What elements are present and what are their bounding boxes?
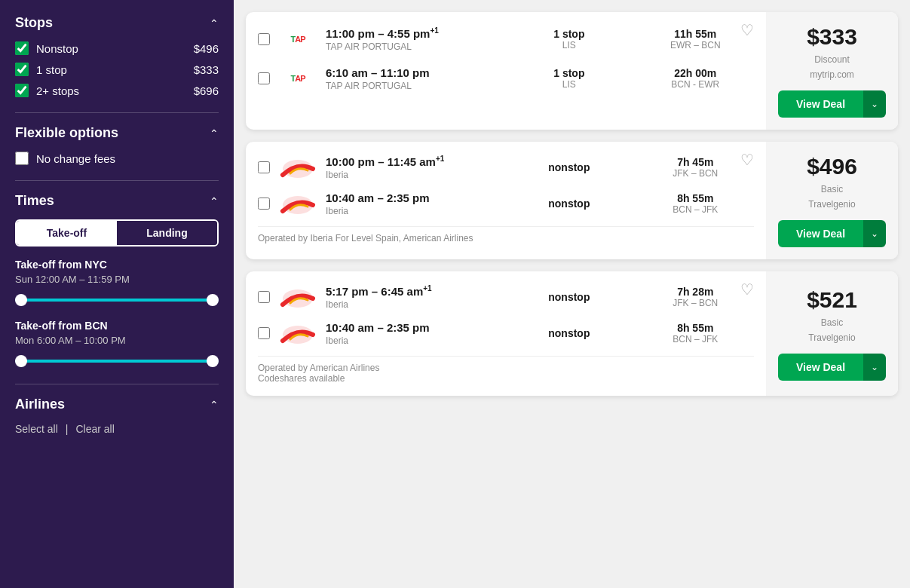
stops-section: Stops ⌃ Nonstop $496 1 stop $333 2+ stop… [15, 15, 219, 97]
select-all-link[interactable]: Select all [15, 423, 58, 435]
card-2-price-vendor: Travelgenio [808, 199, 855, 210]
iberia-logo-1 [279, 154, 317, 181]
tap-logo-2: TAP [279, 63, 317, 93]
card-2-flight-2-times: 10:40 am – 2:35 pm Iberia [326, 191, 501, 216]
card-1-flight-2-times: 6:10 am – 11:10 pm TAP AIR PORTUGAL [326, 66, 501, 91]
card-1-flight-row-2: TAP 6:10 am – 11:10 pm TAP AIR PORTUGAL … [258, 63, 754, 93]
airlines-chevron-icon[interactable]: ⌃ [210, 399, 219, 411]
airlines-title: Airlines [15, 397, 65, 412]
card-1-flight-2-checkbox[interactable] [258, 72, 270, 84]
nonstop-checkbox[interactable] [15, 41, 29, 55]
card-2-view-deal-button[interactable]: View Deal [778, 220, 863, 247]
card-2-flight-2-duration: 8h 55m BCN – JFK [637, 192, 754, 215]
stops-header: Stops ⌃ [15, 15, 219, 31]
card-3-flight-row-2: 10:40 am – 2:35 pm Iberia nonstop 8h 55m… [258, 320, 754, 347]
card-1-price: $333 [807, 24, 857, 50]
card-2-favorite-button[interactable]: ♡ [740, 151, 754, 169]
card-3-price: $521 [807, 287, 857, 313]
flexible-header: Flexible options ⌃ [15, 125, 219, 141]
two-stops-checkbox[interactable] [15, 84, 29, 97]
takeoff-landing-tabs: Take-off Landing [15, 219, 219, 247]
airlines-section: Airlines ⌃ Select all | Clear all [15, 397, 219, 435]
card-2-flight-row-1: 10:00 pm – 11:45 am+1 Iberia nonstop 7h … [258, 154, 754, 181]
card-1-flight-1-checkbox[interactable] [258, 33, 270, 45]
stops-chevron-icon[interactable]: ⌃ [210, 17, 219, 29]
card-3-flight-1-duration: 7h 28m JFK – BCN [637, 286, 754, 308]
card-3-flight-2-times: 10:40 am – 2:35 pm Iberia [326, 321, 501, 346]
card-2-flight-2-stops: nonstop [510, 198, 627, 210]
one-stop-checkbox[interactable] [15, 63, 29, 76]
slider-thumb-left-nyc[interactable] [15, 294, 27, 306]
card-2-deal-chevron-button[interactable]: ⌄ [863, 220, 886, 247]
slider-thumb-right-bcn[interactable] [207, 355, 219, 367]
one-stop-price: $333 [194, 63, 219, 76]
card-3-right: $521 Basic Travelgenio View Deal ⌄ [766, 271, 898, 396]
card-1-flight-1-stops: 1 stop LIS [510, 28, 627, 51]
card-3-deal-btn-row: View Deal ⌄ [778, 354, 886, 381]
card-3-flight-row-1: 5:17 pm – 6:45 am+1 Iberia nonstop 7h 28… [258, 283, 754, 311]
select-clear-row: Select all | Clear all [15, 423, 219, 435]
card-1-deal-chevron-button[interactable]: ⌄ [863, 90, 886, 118]
stops-title: Stops [15, 15, 53, 31]
takeoff-bcn-range: Mon 6:00 AM – 10:00 PM [15, 335, 219, 346]
main-content: ♡ TAP 11:00 pm – 4:55 pm+1 TAP AIR PORTU… [234, 0, 910, 588]
takeoff-nyc-label: Take-off from NYC [15, 259, 219, 271]
card-2-flight-2-checkbox[interactable] [258, 198, 270, 210]
nonstop-price: $496 [194, 42, 219, 55]
card-3-flight-2-checkbox[interactable] [258, 327, 270, 339]
card-3-price-source: Basic [821, 317, 843, 328]
card-2-operated-by: Operated by Iberia For Level Spain, Amer… [258, 226, 754, 243]
nonstop-filter-item: Nonstop $496 [15, 41, 219, 55]
flight-card-3: ♡ 5:17 pm – 6:45 am+1 Iberia nonstop 7h … [246, 271, 898, 396]
card-3-view-deal-button[interactable]: View Deal [778, 354, 863, 381]
flexible-title: Flexible options [15, 125, 118, 141]
card-2-right: $496 Basic Travelgenio View Deal ⌄ [766, 142, 898, 259]
card-2-flight-1-stops: nonstop [510, 161, 627, 173]
two-stops-label: 2+ stops [36, 84, 79, 97]
card-2-price: $496 [807, 154, 857, 179]
no-change-fees-checkbox[interactable] [15, 152, 29, 165]
card-1-price-vendor: mytrip.com [810, 69, 854, 80]
takeoff-bcn-label: Take-off from BCN [15, 320, 219, 332]
one-stop-label: 1 stop [36, 63, 67, 76]
card-1-favorite-button[interactable]: ♡ [740, 21, 754, 39]
no-change-fees-item: No change fees [15, 152, 219, 165]
times-header: Times ⌃ [15, 193, 219, 209]
landing-tab[interactable]: Landing [117, 221, 217, 245]
card-1-view-deal-button[interactable]: View Deal [778, 90, 863, 118]
card-3-flight-2-stops: nonstop [510, 327, 627, 339]
card-3-flight-1-checkbox[interactable] [258, 291, 270, 303]
takeoff-tab[interactable]: Take-off [17, 221, 117, 245]
clear-all-link[interactable]: Clear all [75, 423, 114, 435]
card-1-price-source: Discount [814, 54, 850, 65]
card-3-flight-1-times: 5:17 pm – 6:45 am+1 Iberia [326, 284, 501, 310]
card-3-flight-2-duration: 8h 55m BCN – JFK [637, 322, 754, 345]
card-2-flight-1-checkbox[interactable] [258, 161, 270, 173]
slider-thumb-right-nyc[interactable] [207, 294, 219, 306]
flexible-chevron-icon[interactable]: ⌃ [210, 127, 219, 139]
takeoff-nyc-slider[interactable] [15, 292, 219, 308]
card-1-flight-1-times: 11:00 pm – 4:55 pm+1 TAP AIR PORTUGAL [326, 26, 501, 52]
card-1-left: ♡ TAP 11:00 pm – 4:55 pm+1 TAP AIR PORTU… [246, 12, 766, 130]
two-stops-filter-item: 2+ stops $696 [15, 84, 219, 97]
nonstop-label: Nonstop [36, 42, 78, 55]
card-3-left: ♡ 5:17 pm – 6:45 am+1 Iberia nonstop 7h … [246, 271, 766, 396]
takeoff-nyc-range: Sun 12:00 AM – 11:59 PM [15, 274, 219, 285]
card-1-flight-2-stops: 1 stop LIS [510, 67, 627, 90]
flight-card-2: ♡ 10:00 pm – 11:45 am+1 Iberia nonstop 7… [246, 142, 898, 259]
times-section: Times ⌃ Take-off Landing Take-off from N… [15, 193, 219, 369]
card-3-favorite-button[interactable]: ♡ [740, 280, 754, 299]
tap-logo-1: TAP [279, 24, 317, 54]
takeoff-bcn-slider[interactable] [15, 354, 219, 369]
card-1-flight-1-duration: 11h 55m EWR – BCN [637, 28, 754, 51]
card-3-flight-1-stops: nonstop [510, 291, 627, 303]
slider-thumb-left-bcn[interactable] [15, 355, 27, 367]
times-chevron-icon[interactable]: ⌃ [210, 195, 219, 207]
card-3-deal-chevron-button[interactable]: ⌄ [863, 354, 886, 381]
card-2-flight-1-duration: 7h 45m JFK – BCN [637, 156, 754, 179]
iberia-logo-2 [279, 190, 317, 217]
flexible-section: Flexible options ⌃ No change fees [15, 125, 219, 165]
card-1-flight-row-1: TAP 11:00 pm – 4:55 pm+1 TAP AIR PORTUGA… [258, 24, 754, 54]
airlines-header: Airlines ⌃ [15, 397, 219, 412]
two-stops-price: $696 [194, 84, 219, 97]
